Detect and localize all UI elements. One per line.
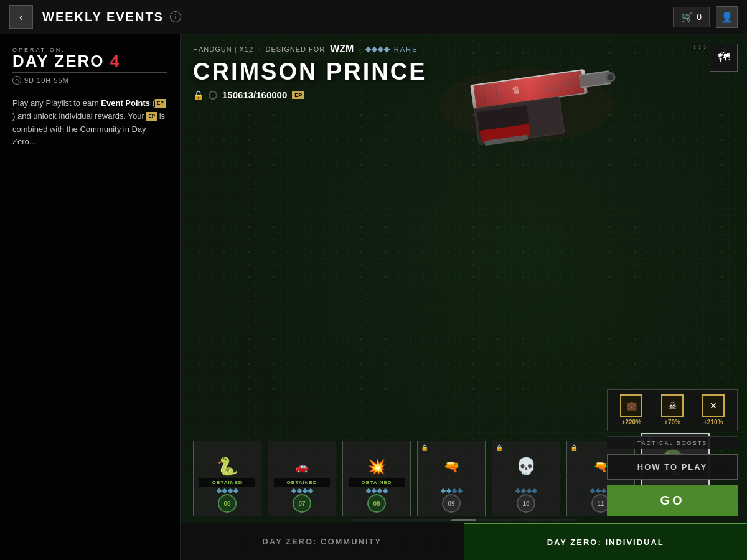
dot [377, 488, 382, 493]
profile-icon: 👤 [721, 11, 733, 23]
boost-icon-2: ☠ [661, 394, 684, 417]
reward-number-07: 07 [293, 494, 311, 513]
cart-button[interactable]: 🛒 0 [673, 7, 710, 27]
reward-card-09[interactable]: 🔒 🔫 09 [417, 441, 486, 516]
dot [601, 488, 606, 493]
breadcrumb-rare: RARE [394, 45, 418, 53]
scrollbar-thumb [451, 519, 476, 521]
rarity-dot-1 [365, 46, 371, 52]
reward-number-10: 10 [517, 494, 535, 513]
reward-number-08: 08 [367, 494, 386, 513]
scrollbar[interactable] [350, 519, 577, 521]
boost-pct-1: +220% [622, 419, 641, 426]
sidebar: OPERATION: DAY ZERO 4 ⊙ 9D 10H 55M Play … [0, 34, 181, 560]
boost-item-2: ☠ +70% [654, 394, 692, 426]
map-button[interactable]: 🗺 [710, 44, 738, 72]
boost-item-3: ✕ +210% [694, 394, 732, 426]
dot [457, 488, 462, 493]
dot [440, 488, 445, 493]
reward-dots-09 [441, 489, 462, 493]
vehicle-icon: 🚗 [295, 460, 309, 474]
gun-svg: ♛ [423, 47, 622, 159]
rarity-dot-4 [383, 46, 390, 52]
progress-circle [209, 91, 217, 100]
snake-icon: 🐍 [217, 456, 238, 477]
dot [291, 488, 296, 493]
operation-logo: OPERATION: DAY ZERO 4 ⊙ 9D 10H 55M [12, 47, 167, 85]
reward-dots-08 [367, 489, 387, 493]
rifle-icon-11: 🔫 [594, 460, 608, 474]
action-panel: 💼 +220% ☠ +70% ✕ +210% TACTICAL BOOSTS H… [607, 389, 738, 516]
dot [302, 488, 307, 493]
dot [520, 488, 525, 493]
breadcrumb-sep2: › [359, 46, 360, 53]
tab-community[interactable]: DAY ZERO: COMMUNITY [181, 523, 464, 560]
go-button[interactable]: GO [607, 485, 738, 516]
profile-button[interactable]: 👤 [716, 6, 738, 28]
dot [308, 488, 312, 493]
boost-item-1: 💼 +220% [613, 394, 651, 426]
operation-name: DAY ZERO 4 [12, 53, 120, 69]
back-icon: ‹ [19, 11, 23, 24]
reward-img-10: 💀 [498, 446, 554, 487]
dot [296, 488, 301, 493]
tab-individual[interactable]: DAY ZERO: INDIVIDUAL [464, 523, 748, 560]
breadcrumb-wzm: WZM [330, 44, 354, 55]
dot [371, 488, 376, 493]
obtained-badge-06: OBTAINED [199, 478, 255, 487]
weapon-icon-09: 🔫 [444, 459, 459, 474]
dot [382, 488, 387, 493]
dot [227, 488, 232, 493]
skull-icon-10: 💀 [516, 457, 536, 476]
reward-number-09: 09 [442, 494, 461, 513]
header: ‹ WEEKLY EVENTS i 🛒 0 👤 [0, 0, 747, 34]
reward-img-06: 🐍 OBTAINED [199, 446, 255, 487]
rarity-dot-3 [377, 46, 383, 52]
boost-icon-3: ✕ [702, 394, 725, 417]
breadcrumb-designed: DESIGNED FOR [266, 45, 326, 53]
dot [216, 488, 221, 493]
rarity-dot-2 [371, 46, 377, 52]
progress-current: 150613/160000 [222, 90, 287, 100]
progress-lock-icon: 🔒 [193, 90, 204, 100]
breadcrumb-dots [366, 47, 389, 52]
info-icon: i [175, 13, 176, 21]
reward-card-06[interactable]: 🐍 OBTAINED 06 [193, 441, 261, 516]
dot [365, 488, 370, 493]
reward-img-09: 🔫 [423, 446, 479, 487]
timer-icon: ⊙ [12, 76, 21, 85]
boosts-label: TACTICAL BOOSTS [607, 436, 738, 449]
reward-card-08[interactable]: 💥 OBTAINED 08 [342, 441, 411, 516]
header-title: WEEKLY EVENTS [42, 10, 164, 24]
cart-icon: 🛒 [681, 11, 693, 23]
reward-card-10[interactable]: 🔒 💀 10 [492, 441, 560, 516]
breadcrumb-sep1: › [258, 46, 260, 53]
info-button[interactable]: i [170, 11, 181, 22]
how-to-play-button[interactable]: HOW TO PLAY [607, 454, 738, 480]
gun-display: ♛ [423, 47, 622, 159]
reward-img-07: 🚗 OBTAINED [274, 446, 330, 487]
obtained-badge-08: OBTAINED [349, 478, 405, 487]
sidebar-description: Play any Playlist to earn Event Points (… [12, 97, 167, 149]
main-layout: OPERATION: DAY ZERO 4 ⊙ 9D 10H 55M Play … [0, 34, 747, 560]
boosts-container: 💼 +220% ☠ +70% ✕ +210% [607, 389, 738, 431]
dot [532, 488, 537, 493]
explosion-icon: 💥 [367, 458, 386, 475]
obtained-badge-07: OBTAINED [274, 478, 330, 487]
timer-text: 9D 10H 55M [24, 77, 69, 84]
boost-pct-3: +210% [703, 419, 723, 426]
dot [451, 488, 456, 493]
breadcrumb-gun: HANDGUN | X12 [193, 45, 253, 53]
map-chevrons: › › › [693, 44, 707, 50]
dot [526, 488, 531, 493]
reward-card-07[interactable]: 🚗 OBTAINED 07 [268, 441, 336, 516]
svg-point-20 [439, 68, 613, 143]
reward-dots-07 [292, 489, 312, 493]
reward-img-08: 💥 OBTAINED [349, 446, 405, 487]
dot [233, 488, 238, 493]
bottom-tabs: DAY ZERO: COMMUNITY DAY ZERO: INDIVIDUAL [181, 523, 747, 560]
back-button[interactable]: ‹ [9, 5, 33, 29]
reward-number-06: 06 [218, 494, 237, 513]
timer-row: ⊙ 9D 10H 55M [12, 72, 167, 85]
dot [515, 488, 520, 493]
